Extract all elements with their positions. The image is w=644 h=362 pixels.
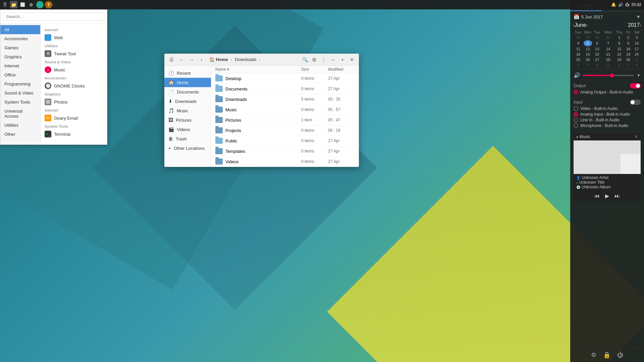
music-next-button[interactable]: ⏭ — [614, 193, 620, 199]
fm-close-button[interactable]: ✕ — [347, 55, 356, 64]
cal-day-29-may[interactable]: 29 — [584, 35, 592, 40]
fm-sidebar-home[interactable]: 🏠 Home — [164, 78, 211, 87]
input-radio-video[interactable] — [574, 106, 578, 111]
cal-day-16[interactable]: 16 — [625, 46, 632, 52]
fm-row-public[interactable]: Public 0 items 27 Apr — [211, 136, 359, 146]
cal-day-12[interactable]: 12 — [584, 46, 592, 52]
volume-expand-button[interactable]: ▼ — [637, 73, 641, 78]
cal-day-2-jul[interactable]: 2 — [573, 62, 584, 68]
cal-day-4[interactable]: 4 — [573, 40, 584, 46]
cal-day-30-may[interactable]: 30 — [592, 35, 602, 40]
taskbar-files[interactable]: 📁 — [10, 1, 17, 8]
app-web[interactable]: 🌐 Web — [41, 33, 107, 43]
cal-day-8-jul[interactable]: 8 — [632, 62, 641, 68]
cal-day-3[interactable]: 3 — [632, 35, 641, 40]
cal-day-7[interactable]: 7 — [602, 40, 614, 46]
cal-day-11[interactable]: 11 — [573, 46, 584, 52]
output-toggle[interactable] — [630, 83, 641, 88]
app-tweak[interactable]: ⚙ Tweak Tool — [41, 49, 107, 59]
fm-row-desktop[interactable]: Desktop 0 items 27 Apr — [211, 73, 359, 84]
app-menu-button[interactable]: ⠿ — [1, 1, 9, 8]
cal-day-4-jul[interactable]: 4 — [592, 62, 602, 68]
input-option-video[interactable]: Video - Built-in Audio — [574, 106, 641, 111]
category-utilities[interactable]: Utilities — [0, 121, 40, 130]
taskbar-window[interactable]: ⬜ — [19, 1, 26, 8]
volume-slider-track[interactable] — [583, 75, 634, 76]
cal-day-26[interactable]: 26 — [584, 57, 592, 62]
fm-menu-button[interactable]: ⋮ — [319, 55, 328, 64]
cal-day-20[interactable]: 20 — [592, 52, 602, 57]
app-clocks[interactable]: 🕐 GNOME Clocks — [41, 81, 107, 91]
category-all[interactable]: All — [0, 25, 40, 34]
cal-day-1[interactable]: 1 — [614, 35, 625, 40]
input-radio-mic[interactable] — [574, 123, 578, 128]
category-accessories[interactable]: Accessories — [0, 34, 40, 43]
fm-prev-button[interactable]: ← — [177, 55, 186, 64]
cal-day-7-jul[interactable]: 7 — [625, 62, 632, 68]
fm-sidebar-trash[interactable]: 🗑 Trash — [164, 134, 211, 143]
taskbar-settings[interactable]: ⚙ — [28, 1, 35, 8]
cal-day-29[interactable]: 29 — [614, 57, 625, 62]
cal-day-9[interactable]: 9 — [625, 40, 632, 46]
input-option-linein[interactable]: Line In - Built-in Audio — [574, 118, 641, 122]
cal-day-30[interactable]: 30 — [625, 57, 632, 62]
category-programming[interactable]: Programming — [0, 79, 40, 88]
cal-day-28[interactable]: 28 — [602, 57, 614, 62]
fm-sidebar-videos[interactable]: 🎬 Videos — [164, 125, 211, 134]
fm-row-templates[interactable]: Templates 0 items 27 Apr — [211, 146, 359, 157]
input-option-mic[interactable]: Microphone - Built-in Audio — [574, 123, 641, 128]
app-music[interactable]: ♪ Music — [41, 65, 107, 75]
app-menu-search-input[interactable] — [3, 12, 104, 21]
app-photos[interactable]: 🖼 Photos — [41, 97, 107, 107]
category-other[interactable]: Other — [0, 130, 40, 139]
fm-row-downloads[interactable]: Downloads 5 items 05 : 35 — [211, 94, 359, 105]
fm-row-pictures[interactable]: Pictures 1 item 05 : 47 — [211, 115, 359, 125]
fm-breadcrumb-home[interactable]: 🏠 Home — [207, 56, 230, 63]
category-graphics[interactable]: Graphics — [0, 52, 40, 61]
cal-expand-button[interactable]: ▼ — [636, 14, 641, 19]
cal-day-3-jul[interactable]: 3 — [584, 62, 592, 68]
cal-day-13[interactable]: 13 — [592, 46, 602, 52]
category-internet[interactable]: Internet — [0, 61, 40, 70]
category-sound-video[interactable]: Sound & Video — [0, 88, 40, 98]
music-play-button[interactable]: ▶ — [605, 193, 609, 199]
input-toggle[interactable] — [630, 100, 641, 105]
fm-next-button[interactable]: → — [187, 55, 196, 64]
category-system-tools[interactable]: System Tools — [0, 98, 40, 107]
cal-day-6[interactable]: 6 — [592, 40, 602, 46]
app-geary[interactable]: ✉ Geary Email — [41, 113, 107, 123]
music-prev-button[interactable]: ⏮ — [594, 193, 600, 199]
fm-sidebar-other[interactable]: + Other Locations — [164, 143, 211, 153]
fm-minimize-button[interactable]: ─ — [329, 55, 337, 64]
cal-day-28-may[interactable]: 28 — [573, 35, 584, 40]
cal-day-24[interactable]: 24 — [632, 52, 641, 57]
fm-row-videos[interactable]: Videos 0 items 27 Apr — [211, 157, 359, 167]
fm-breadcrumb-downloads[interactable]: Downloads — [233, 56, 258, 63]
input-radio-linein[interactable] — [574, 118, 578, 122]
category-games[interactable]: Games — [0, 43, 40, 52]
fm-maximize-button[interactable]: + — [338, 55, 347, 64]
fm-col-name[interactable]: Name ▾ — [215, 67, 301, 72]
fm-sidebar-recent[interactable]: 🕐 Recent — [164, 68, 211, 78]
cal-day-23[interactable]: 23 — [625, 52, 632, 57]
cal-day-19[interactable]: 19 — [584, 52, 592, 57]
fm-row-projects[interactable]: Projects 0 items 06 : 18 — [211, 125, 359, 136]
taskbar-browser[interactable]: 🌐 — [36, 1, 44, 8]
output-radio-analog[interactable] — [574, 90, 578, 95]
fm-sidebar-downloads[interactable]: ⬇ Downloads — [164, 97, 211, 106]
panel-lock-button[interactable]: 🔒 — [603, 351, 610, 359]
cal-day-22[interactable]: 22 — [614, 52, 625, 57]
fm-sidebar-music[interactable]: 🎵 Music — [164, 106, 211, 115]
cal-day-21[interactable]: 21 — [602, 52, 614, 57]
cal-day-18[interactable]: 18 — [573, 52, 584, 57]
cal-day-15[interactable]: 15 — [614, 46, 625, 52]
fm-up-button[interactable]: ‹ — [197, 55, 206, 64]
fm-sidebar-documents[interactable]: 📄 Documents — [164, 87, 211, 97]
cal-day-31-may[interactable]: 31 — [602, 35, 614, 40]
taskbar-media[interactable]: Y — [45, 1, 52, 8]
cal-day-25[interactable]: 25 — [573, 57, 584, 62]
music-close-button[interactable]: ✕ — [635, 134, 638, 139]
input-option-analog[interactable]: Analog Input - Built-in Audio — [574, 112, 641, 117]
fm-back-button[interactable]: ☰ — [167, 55, 176, 64]
cal-day-2[interactable]: 2 — [625, 35, 632, 40]
